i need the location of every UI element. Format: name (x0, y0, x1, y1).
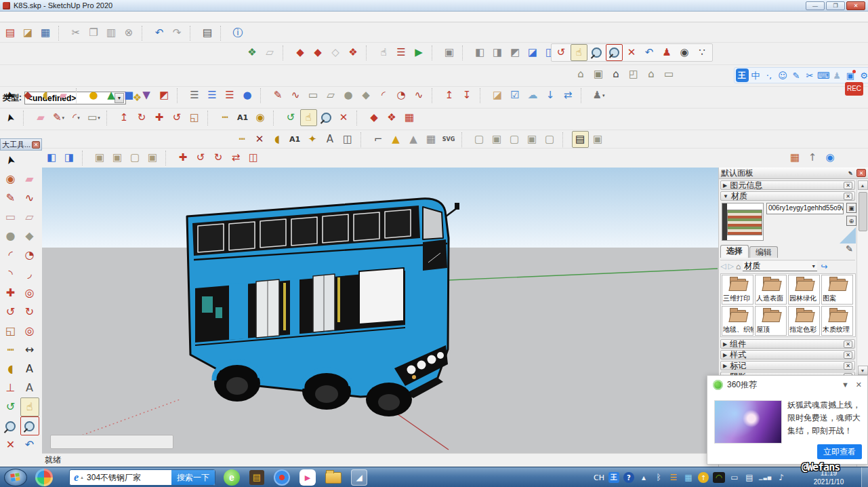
panel-section[interactable]: ▶ 标记 ✕ (720, 361, 855, 370)
skin-store-icon[interactable]: ▣ (844, 69, 857, 82)
material-folder[interactable]: 屋顶 (755, 306, 787, 336)
tape-measure-icon[interactable]: ┉ (217, 109, 234, 126)
look-around-icon[interactable]: ◉ (676, 44, 693, 61)
offset-red-icon[interactable]: ◎ (20, 322, 39, 340)
eraser-icon[interactable]: ▰ (20, 170, 39, 189)
box-tool-4-icon[interactable]: ▣ (144, 149, 161, 166)
bluetooth-icon[interactable]: ᛒ (653, 472, 664, 483)
tape-measure-icon[interactable]: ┉ (234, 131, 251, 148)
tab-edit[interactable]: 编辑 (749, 246, 778, 258)
close-icon[interactable]: ✕ (844, 362, 852, 370)
panel-section-materials[interactable]: ▼ 材质 ✕ (720, 191, 855, 201)
orbit-icon[interactable]: ↺ (283, 109, 299, 126)
search-button[interactable]: 搜索一下 (171, 469, 215, 486)
explorer-folder-icon[interactable] (325, 472, 342, 484)
material-folder[interactable]: 园林绿化 (788, 275, 820, 305)
select-tool-icon[interactable]: ➤ (2, 87, 19, 104)
layers-red-icon[interactable]: ☰ (222, 87, 239, 104)
move-icon[interactable]: ✚ (151, 109, 168, 126)
pushpull-icon[interactable]: ↥ (116, 109, 133, 126)
pin-icon[interactable]: ✒ (846, 168, 855, 178)
close-icon[interactable]: ✕ (844, 182, 852, 189)
select-tool-icon[interactable]: ➤ (2, 109, 19, 126)
close-icon[interactable]: ✕ (844, 340, 852, 348)
home-view-icon[interactable]: ⌂ (608, 66, 625, 83)
extension-warehouse-icon[interactable]: ❖ (384, 109, 400, 126)
close-icon[interactable]: ✕ (844, 351, 852, 359)
grid-tray-icon[interactable]: ▦ (683, 472, 694, 483)
fredo-prism-icon[interactable]: ▼ (138, 87, 155, 104)
line-tool-icon[interactable]: ✎ (1, 189, 20, 208)
settings-icon[interactable]: ⚙ (858, 69, 868, 82)
make-component-icon[interactable]: ◆ (20, 87, 37, 104)
previous-view-icon[interactable]: ↶ (641, 44, 658, 61)
arc-icon[interactable]: ◜ (1, 246, 20, 265)
text-icon[interactable]: ✦ (304, 131, 321, 148)
share-model-icon[interactable]: ◆ (310, 44, 327, 61)
pan-icon[interactable]: ☝ (571, 44, 587, 61)
line-tool-icon[interactable]: ✎▾ (50, 109, 67, 126)
tray-header[interactable]: 默认面板 ✒ ✕ (719, 168, 868, 179)
outer-shell-icon[interactable]: ◧ (472, 44, 489, 61)
measurements-box[interactable] (50, 435, 173, 449)
notes-tray-icon[interactable]: ▤ (744, 472, 755, 483)
dimension-icon[interactable]: A1 (287, 131, 304, 148)
screen-record-icon[interactable]: REC (845, 82, 863, 96)
archive-app-icon[interactable]: ▤ (249, 470, 264, 485)
create-material-icon[interactable]: ⊕ (846, 216, 856, 226)
eraser-icon[interactable]: ▰ (33, 109, 49, 126)
pyramid-grey-icon[interactable]: ▲ (405, 131, 422, 148)
popup-menu-icon[interactable]: ▼ (842, 381, 849, 389)
accelerator-icon[interactable]: ↑ (698, 472, 709, 483)
3d-text-icon[interactable]: A (322, 131, 339, 148)
zoom-extents-icon[interactable]: ✕ (623, 44, 640, 61)
help-tray-icon[interactable]: ? (623, 472, 634, 483)
axes-icon[interactable]: ✕ (251, 131, 268, 148)
collection-dropdown[interactable]: 材质 ▼ (743, 261, 817, 271)
forward-icon[interactable]: ▷ (728, 262, 733, 271)
panel-section[interactable]: ▶ 样式 ✕ (720, 350, 855, 359)
cut-icon[interactable]: ✂ (68, 24, 85, 41)
box-tool-3-icon[interactable]: ▢ (127, 149, 144, 166)
back-icon[interactable]: ◁ (720, 262, 726, 271)
axes-icon[interactable]: ⊥ (1, 378, 20, 397)
line-tool-icon[interactable]: ✎ (270, 87, 287, 104)
position-camera-icon[interactable]: ♟ (659, 44, 676, 61)
zoom-window-icon[interactable] (20, 416, 39, 435)
rectangle-icon[interactable]: ▭ (305, 87, 322, 104)
match-photo-2-icon[interactable]: ◨ (61, 149, 78, 166)
face-style-wireframe-icon[interactable]: ▢ (471, 131, 488, 148)
polygon-icon[interactable]: ◆ (358, 87, 375, 104)
orbit-icon[interactable]: ↺ (553, 44, 570, 61)
bezier-icon[interactable]: ◞ (20, 265, 39, 284)
box-grid-icon[interactable]: ▦ (423, 131, 440, 148)
app-360-flower-icon[interactable] (274, 469, 290, 486)
3d-text-icon[interactable]: A (20, 378, 39, 397)
copy-icon[interactable]: ❐ (85, 24, 102, 41)
material-folder[interactable]: 木质纹理 (821, 306, 853, 336)
tray-expand-icon[interactable]: ▴ (638, 472, 649, 483)
match-photo-1-icon[interactable]: ◧ (43, 149, 60, 166)
pushpull-plus-icon[interactable]: ↥ (441, 87, 458, 104)
taskbar-search[interactable]: e ▲ 304不锈钢厂家 搜索一下 (69, 469, 215, 486)
scale-icon[interactable]: ◱ (186, 109, 203, 126)
stairs-icon[interactable]: ⌐ (370, 131, 387, 148)
scroll-up-icon[interactable]: ▲ (858, 180, 868, 190)
palette-header[interactable]: 大工具... ✕ (0, 138, 42, 151)
rotate-red-icon[interactable]: ↺ (192, 149, 209, 166)
box-tool-1-icon[interactable]: ▣ (91, 149, 108, 166)
trimble-cloud-icon[interactable]: ☁ (524, 87, 541, 104)
move-icon[interactable]: ✚ (1, 284, 20, 303)
zoom-window-icon[interactable] (606, 44, 623, 61)
face-style-textured-icon[interactable]: ▣ (524, 131, 541, 148)
arc-icon[interactable]: ◜ (375, 87, 392, 104)
cn-en-toggle-icon[interactable]: 中 (749, 69, 762, 82)
fredo-cone-icon[interactable]: ▲ (103, 87, 120, 104)
sogou-logo-icon[interactable]: 王 (736, 69, 749, 82)
component-attributes-icon[interactable]: ▶ (411, 44, 428, 61)
zoom-icon[interactable] (318, 109, 335, 126)
material-folder[interactable]: 地毯、织物 (722, 306, 753, 336)
protractor-icon[interactable]: ◖ (269, 131, 286, 148)
stack-tray-icon[interactable]: ☰ (668, 472, 679, 483)
details-arrow-icon[interactable]: ↪ (821, 262, 827, 271)
